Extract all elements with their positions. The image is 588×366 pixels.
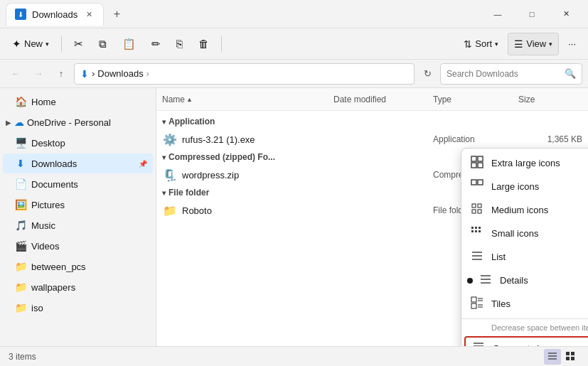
dropdown-item-tiles[interactable]: Tiles [461, 292, 588, 316]
sidebar-wallpapers-label: wallpapers [31, 282, 75, 293]
titlebar: ⬇ Downloads ✕ + — □ ✕ [0, 0, 588, 28]
svg-rect-1 [478, 156, 483, 161]
dropdown-item-list[interactable]: List [461, 245, 588, 269]
sidebar-item-videos[interactable]: 🎬 Videos 📌 [3, 236, 153, 256]
table-row[interactable]: ⚙️ rufus-3.21 (1).exe Application 1,365 … [156, 129, 588, 149]
sidebar-item-wallpapers[interactable]: 📁 wallpapers 📌 [3, 277, 153, 297]
more-button[interactable]: ··· [562, 33, 582, 55]
svg-rect-38 [571, 357, 574, 360]
svg-rect-14 [475, 230, 477, 232]
paste-button[interactable]: 📋 [116, 33, 142, 55]
svg-rect-36 [571, 352, 574, 355]
tiles-view-toggle[interactable] [562, 349, 579, 365]
svg-rect-3 [478, 163, 483, 168]
titlebar-tabs: ⬇ Downloads ✕ + [6, 3, 481, 26]
view-icon: ☰ [514, 38, 523, 50]
col-date[interactable]: Date modified [333, 95, 433, 104]
svg-rect-9 [478, 210, 481, 213]
svg-rect-8 [472, 210, 476, 213]
search-box[interactable]: 🔍 [440, 63, 582, 85]
file-name-roboto: Roboto [182, 205, 348, 216]
file-name-wordpress: wordpress.zip [182, 170, 348, 181]
col-size[interactable]: Size [518, 95, 582, 104]
small-icons-icon [470, 226, 484, 241]
svg-rect-12 [479, 227, 481, 229]
col-type[interactable]: Type [433, 95, 518, 104]
details-icon [479, 273, 493, 288]
sort-label: Sort [475, 38, 492, 49]
new-chevron-icon: ▾ [46, 41, 49, 48]
sidebar-music-label: Music [31, 220, 55, 231]
col-type-label: Type [433, 95, 451, 104]
share-button[interactable]: ⎘ [170, 33, 189, 55]
copy-button[interactable]: ⧉ [92, 33, 113, 55]
sidebar-item-music[interactable]: 🎵 Music 📌 [3, 215, 153, 235]
dropdown-item-medium-icons[interactable]: Medium icons [461, 198, 588, 222]
tab-close-button[interactable]: ✕ [83, 9, 95, 20]
pin-icon-downloads: 📌 [139, 160, 147, 168]
decrease-space-note: Decrease space between items [461, 322, 588, 335]
close-button[interactable]: ✕ [550, 3, 582, 26]
maximize-button[interactable]: □ [515, 3, 548, 26]
up-button[interactable]: ↑ [51, 64, 71, 84]
active-tab[interactable]: ⬇ Downloads ✕ [6, 3, 104, 26]
rename-button[interactable]: ✏ [145, 33, 167, 55]
cut-button[interactable]: ✂ [68, 33, 90, 55]
sidebar-item-home[interactable]: 🏠 Home [3, 92, 153, 112]
search-input[interactable] [447, 69, 562, 79]
large-icons-label: Large icons [491, 181, 539, 192]
svg-rect-13 [471, 230, 474, 232]
address-bar[interactable]: ⬇ › Downloads › [74, 63, 415, 85]
sidebar: 🏠 Home ▶ ☁ OneDrive - Personal 🖥️ Deskto… [0, 88, 156, 346]
sidebar-onedrive-label: OneDrive - Personal [27, 117, 111, 128]
col-sort-icon: ▲ [186, 96, 193, 103]
videos-icon: 🎬 [14, 240, 27, 252]
list-icon [470, 249, 484, 264]
sidebar-between-pcs-label: between_pcs [31, 262, 86, 272]
new-button[interactable]: ✦ New ▾ [6, 33, 55, 55]
dropdown-item-extra-large-icons[interactable]: Extra large icons [461, 151, 588, 175]
toolbar: ✦ New ▾ ✂ ⧉ 📋 ✏ ⎘ 🗑 ⇅ Sort ▾ ☰ View ▾ ··… [0, 28, 588, 60]
dropdown-separator [461, 318, 588, 319]
delete-button[interactable]: 🗑 [192, 33, 215, 55]
group-name-compressed: Compressed (zipped) Fo... [169, 152, 275, 162]
tiles-label: Tiles [491, 298, 511, 309]
tab-title: Downloads [32, 9, 77, 20]
dropdown-item-details[interactable]: Details [461, 269, 588, 292]
sidebar-item-pictures[interactable]: 🖼️ Pictures 📌 [3, 195, 153, 215]
minimize-button[interactable]: — [481, 3, 514, 26]
dropdown-item-large-icons[interactable]: Large icons [461, 175, 588, 198]
sort-button[interactable]: ⇅ Sort ▾ [457, 33, 505, 55]
view-button[interactable]: ☰ View ▾ [508, 33, 559, 55]
tab-folder-icon: ⬇ [15, 9, 26, 20]
group-header-application[interactable]: ▾ Application [156, 114, 588, 129]
group-expand-icon-compressed: ▾ [162, 154, 166, 161]
sidebar-item-desktop[interactable]: 🖥️ Desktop 📌 [3, 133, 153, 153]
column-headers: Name ▲ Date modified Type Size [156, 88, 588, 111]
svg-rect-7 [478, 204, 481, 208]
col-name-label: Name [162, 95, 185, 104]
medium-icons-icon [470, 203, 484, 217]
desktop-icon: 🖥️ [14, 137, 27, 149]
refresh-button[interactable]: ↻ [417, 64, 437, 84]
sidebar-item-between-pcs[interactable]: 📁 between_pcs 📌 [3, 257, 153, 276]
col-name[interactable]: Name ▲ [162, 95, 333, 104]
dropdown-item-small-icons[interactable]: Small icons [461, 222, 588, 245]
details-view-toggle[interactable] [544, 349, 561, 365]
dropdown-item-compact-view[interactable]: Compact view [464, 336, 588, 346]
sidebar-item-documents[interactable]: 📄 Documents 📌 [3, 174, 153, 194]
svg-rect-0 [471, 156, 476, 161]
sidebar-item-downloads[interactable]: ⬇ Downloads 📌 [3, 154, 153, 173]
group-name-folder: File folder [169, 188, 209, 198]
view-label: View [526, 38, 546, 49]
sidebar-item-iso[interactable]: 📁 iso 📌 [3, 298, 153, 318]
new-tab-button[interactable]: + [107, 4, 127, 24]
back-button[interactable]: ← [6, 64, 26, 84]
sidebar-onedrive-group[interactable]: ▶ ☁ OneDrive - Personal [0, 112, 156, 132]
copy-icon: ⧉ [99, 38, 107, 50]
file-icon-wordpress: 🗜️ [162, 168, 178, 182]
more-icon: ··· [568, 38, 576, 49]
forward-button[interactable]: → [28, 64, 48, 84]
cut-icon: ✂ [74, 38, 83, 50]
medium-icons-label: Medium icons [491, 205, 548, 215]
